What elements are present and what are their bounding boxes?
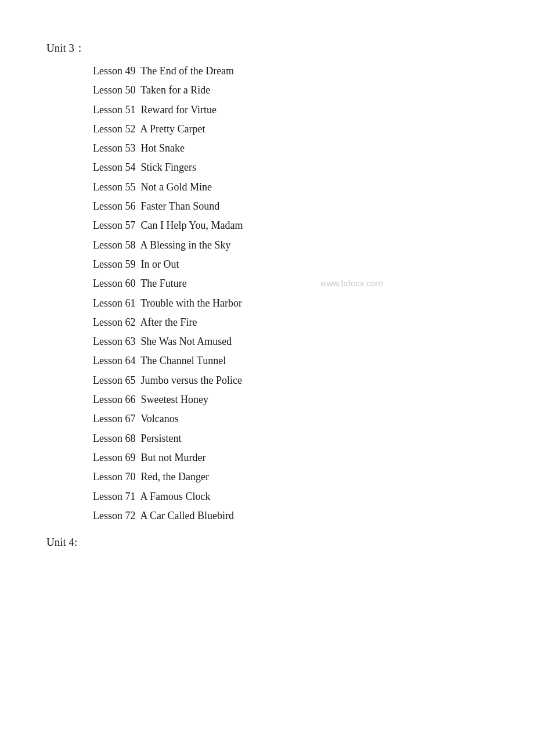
list-item: Lesson 55 Not a Gold Mine [93, 178, 488, 197]
list-item: Lesson 58 A Blessing in the Sky [93, 236, 488, 255]
list-item: Lesson 51 Reward for Virtue [93, 100, 488, 120]
list-item: Lesson 61 Trouble with the Harbor [93, 294, 488, 313]
list-item: Lesson 52 A Pretty Carpet [93, 120, 488, 139]
unit-3-heading: Unit 3： [46, 41, 488, 56]
list-item: Lesson 72 A Car Called Bluebird [93, 506, 488, 525]
list-item: Lesson 50 Taken for a Ride [93, 81, 488, 100]
list-item: Lesson 64 The Channel Tunnel [93, 351, 488, 370]
list-item: Lesson 53 Hot Snake [93, 139, 488, 158]
unit-3-section: Unit 3： Lesson 49 The End of the Dream L… [46, 41, 488, 525]
unit-4-heading: Unit 4: [46, 536, 488, 549]
list-item: Lesson 69 But not Murder [93, 448, 488, 467]
unit-3-lesson-list: Lesson 49 The End of the Dream Lesson 50… [46, 62, 488, 525]
list-item: Lesson 60 The Future www.bdocx.com [93, 274, 488, 293]
list-item: Lesson 70 Red, the Danger [93, 467, 488, 487]
page-content: Unit 3： Lesson 49 The End of the Dream L… [46, 41, 488, 549]
unit-4-section: Unit 4: [46, 536, 488, 549]
list-item: Lesson 71 A Famous Clock [93, 487, 488, 506]
list-item: Lesson 56 Faster Than Sound [93, 197, 488, 216]
list-item: Lesson 59 In or Out [93, 255, 488, 274]
list-item: Lesson 63 She Was Not Amused [93, 332, 488, 351]
list-item: Lesson 65 Jumbo versus the Police [93, 371, 488, 390]
list-item: Lesson 49 The End of the Dream [93, 62, 488, 81]
list-item: Lesson 67 Volcanos [93, 409, 488, 429]
list-item: Lesson 68 Persistent [93, 429, 488, 448]
list-item: Lesson 62 After the Fire [93, 313, 488, 332]
watermark-text: www.bdocx.com [320, 275, 383, 291]
list-item: Lesson 66 Sweetest Honey [93, 390, 488, 409]
list-item: Lesson 54 Stick Fingers [93, 158, 488, 177]
list-item: Lesson 57 Can I Help You, Madam [93, 216, 488, 235]
